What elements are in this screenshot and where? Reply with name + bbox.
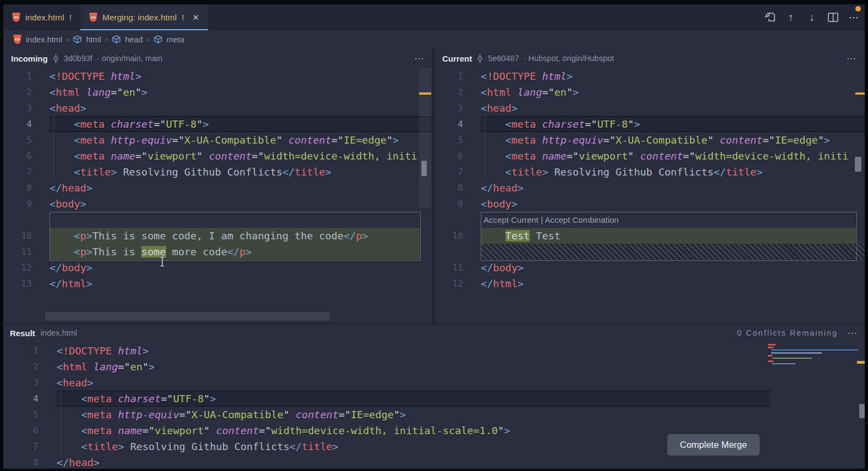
- code-line[interactable]: 4 <meta charset="UTF-8">: [3, 391, 865, 407]
- breadcrumb-html[interactable]: html: [86, 35, 101, 44]
- code-text: <meta http-equiv="X-UA-Compatible" conte…: [481, 134, 830, 146]
- code-line[interactable]: 2<html lang="en">: [435, 84, 865, 100]
- line-number: 7: [3, 167, 32, 177]
- code-line[interactable]: 9<body>: [435, 196, 865, 212]
- more-actions-icon[interactable]: ⋯: [414, 53, 425, 64]
- more-actions-icon[interactable]: ⋯: [847, 53, 857, 64]
- code-line[interactable]: 4 <meta charset="UTF-8">: [3, 116, 432, 132]
- line-number: 5: [3, 135, 32, 145]
- code-text: <html lang="en">: [481, 86, 579, 98]
- close-tab-icon[interactable]: ✕: [193, 13, 200, 23]
- open-changes-icon[interactable]: [763, 11, 777, 24]
- line-number: 1: [3, 346, 39, 356]
- breadcrumb-meta[interactable]: meta: [167, 35, 184, 44]
- html-file-icon: <>: [89, 13, 97, 22]
- code-text: </head>: [57, 457, 100, 468]
- code-line[interactable]: 7 <title> Resolving Github Conflicts</ti…: [3, 164, 432, 180]
- code-line[interactable]: 1<!DOCTYPE html>: [3, 343, 865, 359]
- vertical-scrollbar-thumb[interactable]: [421, 161, 427, 176]
- code-line[interactable]: 8</head>: [3, 180, 432, 196]
- line-number: 4: [3, 119, 32, 129]
- code-line[interactable]: 2<html lang="en">: [3, 84, 432, 100]
- result-pane: Result index.html 0 Conflicts Remaining …: [3, 324, 865, 469]
- code-line[interactable]: 8</head>: [3, 454, 865, 469]
- code-line[interactable]: 11</body>: [435, 260, 865, 276]
- line-number: 11: [435, 262, 463, 273]
- code-text: </head>: [50, 182, 92, 194]
- code-line[interactable]: 11 <p>This is some more code</p>: [3, 244, 432, 260]
- tab-index-html[interactable]: <> index.html !: [3, 4, 80, 30]
- code-line[interactable]: 4 <meta charset="UTF-8">: [435, 116, 865, 132]
- code-line[interactable]: 5 <meta http-equiv="X-UA-Compatible" con…: [3, 407, 865, 423]
- split-editor-icon[interactable]: [826, 11, 839, 24]
- code-text: <html lang="en">: [57, 361, 155, 373]
- line-number: 12: [3, 262, 32, 273]
- code-line[interactable]: 1<!DOCTYPE html>: [435, 68, 865, 84]
- editor-actions: ↑ ↓ ⋯: [763, 4, 860, 30]
- code-line[interactable]: 12</html>: [435, 276, 865, 292]
- line-number: 9: [3, 199, 32, 209]
- line-number: 4: [435, 119, 463, 129]
- code-line[interactable]: 10 <p>This is some code, I am changing t…: [3, 228, 432, 244]
- code-line[interactable]: 6 <meta name="viewport" content="width=d…: [435, 148, 865, 164]
- tab-label: index.html: [25, 13, 64, 23]
- complete-merge-button[interactable]: Complete Merge: [667, 434, 760, 456]
- code-text: </body>: [50, 262, 92, 273]
- more-actions-icon[interactable]: ⋯: [847, 11, 860, 24]
- tab-merging-index-html[interactable]: <> Merging: index.html ! ✕: [80, 4, 208, 30]
- breadcrumb-head[interactable]: head: [125, 35, 142, 44]
- next-change-icon[interactable]: ↓: [805, 11, 818, 24]
- code-line[interactable]: [3, 212, 432, 228]
- tab-label: Merging: index.html: [102, 13, 177, 23]
- result-file-name: index.html: [41, 328, 77, 337]
- symbol-cube-icon: [73, 35, 81, 43]
- code-line[interactable]: 5 <meta http-equiv="X-UA-Compatible" con…: [435, 132, 865, 148]
- code-line[interactable]: 8</head>: [435, 180, 865, 196]
- chevron-right-icon: ›: [106, 35, 108, 43]
- code-text: <html lang="en">: [50, 86, 147, 98]
- code-line[interactable]: 1<!DOCTYPE html>: [3, 68, 432, 84]
- line-number: 7: [3, 441, 39, 452]
- previous-change-icon[interactable]: ↑: [784, 11, 798, 24]
- line-number: 2: [3, 87, 32, 97]
- current-header: Current 5e60487 · Hubspot, origin/Hubspo…: [435, 48, 865, 68]
- code-line[interactable]: 7 <title> Resolving Github Conflicts</ti…: [435, 164, 865, 180]
- code-text: <!DOCTYPE html>: [50, 70, 141, 82]
- code-line[interactable]: 2<html lang="en">: [3, 359, 865, 375]
- code-text: <meta http-equiv="X-UA-Compatible" conte…: [50, 134, 399, 146]
- html-file-icon: <>: [13, 35, 21, 44]
- pane-title: Incoming: [11, 54, 48, 63]
- breadcrumb-file[interactable]: index.html: [26, 35, 62, 44]
- code-line[interactable]: 5 <meta http-equiv="X-UA-Compatible" con…: [3, 132, 432, 148]
- code-text: <title> Resolving Github Conflicts</titl…: [481, 166, 762, 178]
- line-number: 5: [3, 409, 39, 420]
- symbol-cube-icon: [154, 35, 162, 43]
- code-line[interactable]: 3<head>: [3, 375, 865, 391]
- line-number: 3: [3, 103, 32, 113]
- vertical-scrollbar-thumb[interactable]: [855, 157, 861, 172]
- code-text: <meta charset="UTF-8">: [481, 118, 640, 130]
- current-pane: Current 5e60487 · Hubspot, origin/Hubspo…: [435, 48, 865, 324]
- tab-bar: <> index.html ! <> Merging: index.html !…: [3, 4, 865, 30]
- code-text: <meta charset="UTF-8">: [50, 118, 209, 130]
- code-line[interactable]: 3<head>: [3, 100, 432, 116]
- vertical-scrollbar-thumb[interactable]: [859, 404, 865, 418]
- code-line[interactable]: 12</body>: [3, 260, 432, 276]
- minimap[interactable]: [765, 342, 864, 369]
- horizontal-scrollbar-thumb[interactable]: [45, 312, 330, 321]
- notification-badge: [855, 6, 861, 12]
- code-line[interactable]: 9<body>: [3, 196, 432, 212]
- codelens-actions[interactable]: Accept Current | Accept Combination: [435, 212, 865, 228]
- line-number: 10: [3, 231, 32, 241]
- branch-refs: · Hubspot, origin/Hubspot: [524, 54, 614, 63]
- accept-actions-text[interactable]: Accept Current | Accept Combination: [484, 215, 619, 224]
- more-actions-icon[interactable]: ⋯: [848, 327, 858, 339]
- code-line[interactable]: 13</html>: [3, 276, 432, 292]
- code-line[interactable]: [435, 244, 865, 260]
- code-line[interactable]: 6 <meta name="viewport" content="width=d…: [3, 148, 432, 164]
- code-line[interactable]: 3<head>: [435, 100, 865, 116]
- code-text: Test Test: [481, 230, 561, 242]
- code-line[interactable]: 10 Test Test: [435, 228, 865, 244]
- line-number: 6: [3, 151, 32, 161]
- commit-hash: 5e60487: [488, 54, 519, 63]
